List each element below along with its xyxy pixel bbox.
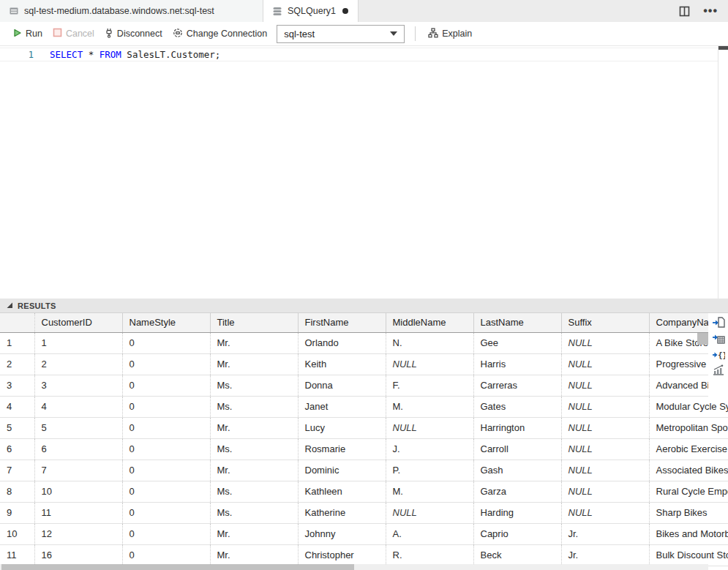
- table-cell[interactable]: Ms.: [210, 481, 298, 502]
- row-number-cell[interactable]: 5: [0, 417, 34, 438]
- more-actions-icon[interactable]: •••: [703, 7, 718, 15]
- table-cell[interactable]: Caprio: [473, 523, 561, 544]
- table-cell[interactable]: A.: [386, 523, 473, 544]
- table-cell[interactable]: NULL: [386, 353, 473, 375]
- table-cell[interactable]: 10: [34, 481, 122, 502]
- table-cell[interactable]: Orlando: [298, 332, 386, 353]
- table-cell[interactable]: Kathleen: [298, 481, 386, 502]
- table-cell[interactable]: Mr.: [210, 523, 298, 544]
- table-cell[interactable]: 5: [34, 417, 122, 438]
- table-cell[interactable]: NULL: [386, 417, 473, 438]
- connection-dropdown[interactable]: sql-test: [277, 25, 405, 43]
- column-header-middlename[interactable]: MiddleName: [386, 313, 473, 332]
- results-horizontal-scrollbar-thumb[interactable]: [1, 564, 354, 570]
- table-cell[interactable]: 0: [122, 460, 210, 481]
- results-panel-header[interactable]: RESULTS: [0, 299, 728, 313]
- table-cell[interactable]: Donna: [298, 375, 386, 396]
- table-cell[interactable]: Bulk Discount Store: [649, 544, 728, 566]
- table-cell[interactable]: Harrington: [473, 417, 561, 438]
- table-cell[interactable]: NULL: [561, 417, 649, 438]
- table-cell[interactable]: M.: [386, 481, 473, 502]
- explain-button[interactable]: Explain: [423, 25, 477, 43]
- table-cell[interactable]: Gates: [473, 396, 561, 417]
- row-number-cell[interactable]: 8: [0, 481, 34, 502]
- row-number-cell[interactable]: 10: [0, 523, 34, 544]
- column-header-firstname[interactable]: FirstName: [298, 313, 386, 332]
- table-cell[interactable]: Janet: [298, 396, 386, 417]
- row-number-cell[interactable]: 9: [0, 502, 34, 523]
- editor-scrollbar-track[interactable]: [718, 46, 718, 299]
- table-cell[interactable]: Harris: [473, 353, 561, 375]
- table-cell[interactable]: M.: [386, 396, 473, 417]
- disconnect-button[interactable]: Disconnect: [100, 25, 168, 43]
- table-cell[interactable]: Jr.: [561, 523, 649, 544]
- table-cell[interactable]: 0: [122, 481, 210, 502]
- table-cell[interactable]: NULL: [561, 460, 649, 481]
- table-cell[interactable]: Sharp Bikes: [649, 502, 728, 523]
- table-cell[interactable]: NULL: [561, 481, 649, 502]
- table-cell[interactable]: F.: [386, 375, 473, 396]
- column-header-namestyle[interactable]: NameStyle: [122, 313, 210, 332]
- table-cell[interactable]: Metropolitan Sports Supply: [649, 417, 728, 438]
- table-cell[interactable]: 2: [34, 353, 122, 375]
- table-cell[interactable]: Mr.: [210, 417, 298, 438]
- table-cell[interactable]: Ms.: [210, 375, 298, 396]
- row-number-cell[interactable]: 11: [0, 544, 34, 566]
- table-cell[interactable]: Gee: [473, 332, 561, 353]
- table-cell[interactable]: Aerobic Exercise Company: [649, 438, 728, 460]
- row-number-cell[interactable]: 3: [0, 375, 34, 396]
- table-cell[interactable]: 6: [34, 438, 122, 460]
- table-cell[interactable]: Harding: [473, 502, 561, 523]
- row-number-cell[interactable]: 1: [0, 332, 34, 353]
- table-cell[interactable]: 16: [34, 544, 122, 566]
- table-cell[interactable]: Rural Cycle Emporium: [649, 481, 728, 502]
- table-cell[interactable]: 4: [34, 396, 122, 417]
- column-header-lastname[interactable]: LastName: [473, 313, 561, 332]
- table-cell[interactable]: 0: [122, 332, 210, 353]
- table-cell[interactable]: Katherine: [298, 502, 386, 523]
- table-cell[interactable]: Gash: [473, 460, 561, 481]
- table-cell[interactable]: Ms.: [210, 502, 298, 523]
- table-cell[interactable]: 0: [122, 417, 210, 438]
- table-cell[interactable]: Garza: [473, 481, 561, 502]
- run-button[interactable]: Run: [7, 25, 48, 43]
- table-cell[interactable]: 1: [34, 332, 122, 353]
- table-cell[interactable]: 0: [122, 375, 210, 396]
- table-cell[interactable]: J.: [386, 438, 473, 460]
- table-cell[interactable]: NULL: [561, 353, 649, 375]
- table-cell[interactable]: NULL: [561, 502, 649, 523]
- table-cell[interactable]: Bikes and Motorbikes: [649, 523, 728, 544]
- table-cell[interactable]: Johnny: [298, 523, 386, 544]
- table-cell[interactable]: NULL: [561, 396, 649, 417]
- results-horizontal-scrollbar-track[interactable]: [0, 564, 708, 570]
- table-cell[interactable]: Ms.: [210, 438, 298, 460]
- results-vertical-scrollbar[interactable]: [697, 333, 708, 345]
- cancel-button[interactable]: Cancel: [48, 25, 100, 42]
- table-cell[interactable]: 7: [34, 460, 122, 481]
- sql-editor[interactable]: 1 SELECT * FROM SalesLT.Customer;: [0, 46, 728, 299]
- column-header-title[interactable]: Title: [210, 313, 298, 332]
- table-cell[interactable]: N.: [386, 332, 473, 353]
- table-cell[interactable]: Mr.: [210, 353, 298, 375]
- table-cell[interactable]: Keith: [298, 353, 386, 375]
- table-cell[interactable]: Beck: [473, 544, 561, 566]
- table-cell[interactable]: Lucy: [298, 417, 386, 438]
- table-cell[interactable]: NULL: [386, 502, 473, 523]
- split-editor-icon[interactable]: [679, 6, 690, 17]
- save-as-csv-icon[interactable]: [711, 315, 726, 329]
- table-cell[interactable]: 0: [122, 523, 210, 544]
- table-cell[interactable]: P.: [386, 460, 473, 481]
- column-header-suffix[interactable]: Suffix: [561, 313, 649, 332]
- grid-corner-cell[interactable]: [0, 313, 34, 332]
- table-cell[interactable]: 0: [122, 353, 210, 375]
- table-cell[interactable]: Christopher: [298, 544, 386, 566]
- table-cell[interactable]: Associated Bikes: [649, 460, 728, 481]
- table-cell[interactable]: Mr.: [210, 544, 298, 566]
- table-cell[interactable]: 12: [34, 523, 122, 544]
- table-cell[interactable]: 0: [122, 396, 210, 417]
- tab-sqlquery1[interactable]: SQLQuery1: [263, 0, 359, 22]
- table-cell[interactable]: 0: [122, 544, 210, 566]
- table-cell[interactable]: R.: [386, 544, 473, 566]
- table-cell[interactable]: Carroll: [473, 438, 561, 460]
- table-cell[interactable]: 0: [122, 438, 210, 460]
